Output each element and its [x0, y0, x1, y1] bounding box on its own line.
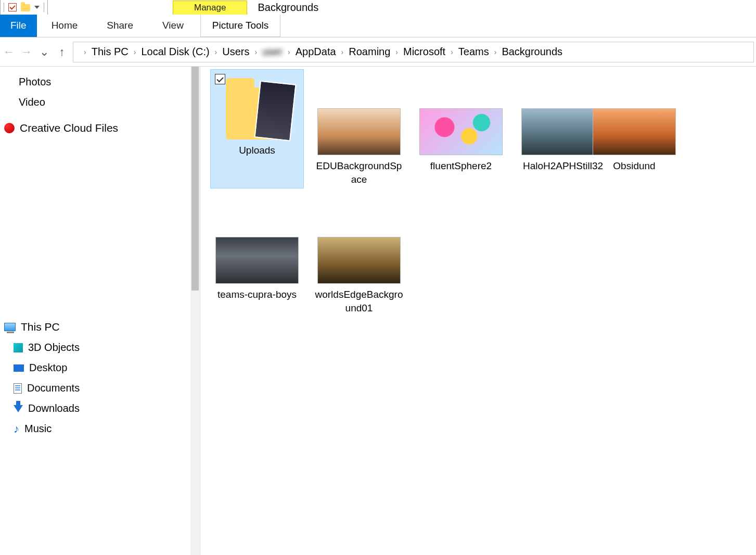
crumb-roaming[interactable]: Roaming [348, 46, 391, 58]
content-pane[interactable]: UploadsEDUBackgroundSpacefluentSphere2Ha… [200, 67, 756, 555]
file-tab[interactable]: File [0, 15, 37, 37]
chevron-right-icon: › [254, 48, 259, 56]
chevron-right-icon: › [394, 48, 399, 56]
item-label: Uploads [239, 144, 275, 157]
sidebar-item-redacted[interactable] [2, 234, 189, 258]
item-label: EDUBackgroundSpace [315, 159, 403, 186]
scrollbar-thumb[interactable] [191, 67, 199, 291]
crumb-this-pc[interactable]: This PC [91, 46, 130, 58]
sidebar-item-label: Desktop [29, 362, 67, 374]
checkbox-icon[interactable] [215, 74, 225, 84]
item-label: HaloH2APHStill32 [523, 159, 603, 173]
image-thumbnail [419, 108, 503, 155]
image-thumbnail [317, 108, 401, 155]
sidebar-item-redacted[interactable] [2, 186, 189, 210]
divider [4, 3, 4, 12]
chevron-down-icon: ⌄ [40, 46, 49, 58]
document-icon [14, 383, 22, 394]
qat-dropdown-icon[interactable] [34, 6, 40, 9]
checkbox-icon[interactable] [8, 3, 17, 11]
tab-share[interactable]: Share [92, 15, 148, 37]
sidebar-item-label: Video [19, 96, 45, 108]
folder-icon [226, 87, 288, 140]
divider [44, 3, 44, 12]
sidebar-item-redacted[interactable] [2, 138, 189, 162]
navigation-pane: Photos Video Creative Cloud Files This P… [0, 67, 200, 555]
title-bar: Manage Backgrounds [0, 0, 756, 15]
cube-icon [14, 343, 23, 352]
sidebar-item-redacted[interactable] [2, 162, 189, 186]
sidebar-item-redacted[interactable] [2, 282, 189, 306]
chevron-right-icon: › [133, 48, 137, 56]
item-label: worldsEdgeBackground01 [315, 288, 403, 314]
back-button[interactable]: ← [2, 45, 16, 59]
ribbon-tabs: File Home Share View Picture Tools [0, 15, 756, 37]
download-icon [14, 405, 23, 412]
sidebar-item-label: This PC [21, 321, 60, 333]
sidebar-item-video[interactable]: Video [2, 92, 189, 112]
image-thumbnail [317, 237, 401, 284]
main-area: Photos Video Creative Cloud Files This P… [0, 67, 756, 555]
sidebar-item-3d-objects[interactable]: 3D Objects [2, 337, 189, 358]
sidebar-item-label: Creative Cloud Files [20, 122, 118, 134]
music-icon: ♪ [14, 423, 19, 435]
chevron-right-icon: › [83, 48, 87, 56]
address-bar[interactable]: › This PC › Local Disk (C:) › Users › us… [73, 42, 754, 62]
item-label: fluentSphere2 [430, 159, 492, 173]
folder-icon[interactable] [21, 4, 30, 11]
sidebar-item-label: Downloads [28, 402, 80, 414]
crumb-appdata[interactable]: AppData [294, 46, 337, 58]
image-thumbnail [521, 108, 605, 155]
sidebar-item-this-pc[interactable]: This PC [2, 317, 189, 337]
sidebar-item-label: Documents [27, 382, 80, 394]
sidebar-item-label: Music [24, 423, 52, 435]
crumb-users[interactable]: Users [221, 46, 250, 58]
this-pc-icon [4, 323, 16, 331]
crumb-teams[interactable]: Teams [457, 46, 490, 58]
folder-preview-icon [254, 81, 296, 142]
item-label: teams-cupra-boys [217, 288, 297, 301]
sidebar-item-redacted[interactable] [2, 210, 189, 234]
chevron-right-icon: › [214, 48, 219, 56]
sidebar-item-documents[interactable]: Documents [2, 378, 189, 398]
desktop-icon [14, 364, 24, 372]
sidebar-item-creative-cloud[interactable]: Creative Cloud Files [2, 118, 189, 138]
image-thumbnail [215, 237, 299, 284]
chevron-right-icon: › [287, 48, 291, 56]
crumb-username-redacted[interactable]: user [261, 46, 284, 58]
arrow-right-icon: → [21, 46, 32, 58]
crumb-microsoft[interactable]: Microsoft [402, 46, 446, 58]
arrow-left-icon: ← [3, 46, 15, 58]
chevron-right-icon: › [340, 48, 345, 56]
sidebar-item-label: 3D Objects [28, 342, 80, 354]
crumb-local-disk[interactable]: Local Disk (C:) [140, 46, 210, 58]
manage-contextual-group[interactable]: Manage [173, 1, 247, 15]
image-thumbnail [593, 108, 676, 155]
tab-home[interactable]: Home [37, 15, 93, 37]
sidebar-item-music[interactable]: ♪ Music [2, 419, 189, 439]
chevron-right-icon: › [450, 48, 454, 56]
creative-cloud-icon [4, 123, 15, 133]
up-button[interactable]: ↑ [55, 45, 69, 59]
contextual-tab-group: Manage Backgrounds [173, 0, 329, 15]
sidebar-item-downloads[interactable]: Downloads [2, 398, 189, 419]
sidebar-item-desktop[interactable]: Desktop [2, 358, 189, 378]
window-title: Backgrounds [247, 1, 329, 15]
crumb-backgrounds[interactable]: Backgrounds [501, 46, 563, 58]
tab-picture-tools[interactable]: Picture Tools [200, 15, 280, 37]
forward-button[interactable]: → [20, 45, 33, 59]
image-item[interactable]: worldsEdgeBackground01 [313, 198, 405, 317]
image-item[interactable]: Obsidund [619, 70, 650, 188]
sidebar-scrollbar[interactable]: ▴ [190, 67, 200, 555]
image-item[interactable]: EDUBackgroundSpace [313, 70, 405, 188]
image-item[interactable]: teams-cupra-boys [211, 198, 303, 317]
sidebar-item-photos[interactable]: Photos [2, 72, 189, 92]
tab-view[interactable]: View [148, 15, 198, 37]
sidebar-item-label: Photos [19, 76, 51, 88]
recent-locations-button[interactable]: ⌄ [37, 45, 51, 59]
item-label: Obsidund [613, 159, 655, 173]
folder-item[interactable]: Uploads [211, 70, 303, 188]
sidebar-item-redacted[interactable] [2, 258, 189, 282]
quick-access-toolbar [0, 0, 48, 15]
image-item[interactable]: fluentSphere2 [415, 70, 507, 188]
